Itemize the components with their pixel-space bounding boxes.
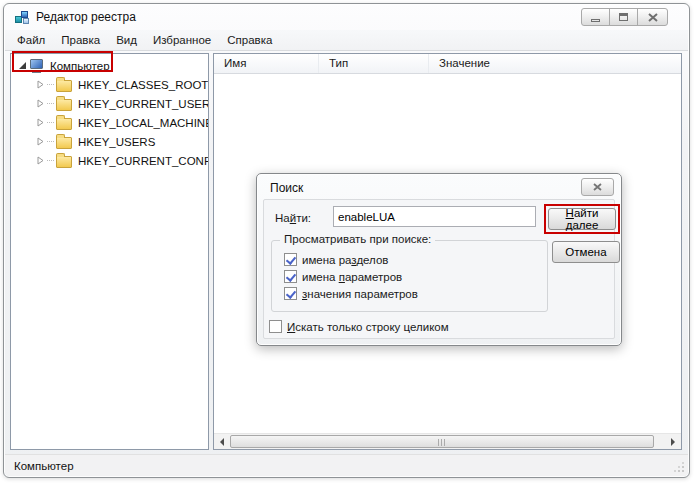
- find-input[interactable]: [333, 206, 536, 227]
- tree-item-computer[interactable]: Компьютер: [11, 56, 208, 75]
- registry-tree: Компьютер HKEY_CLASSES_ROOT HKEY_CURRENT…: [11, 54, 208, 170]
- annotation-box-find-next: Найти далее: [544, 204, 620, 234]
- list-header: Имя Тип Значение: [214, 54, 681, 74]
- minimize-icon: [591, 19, 600, 22]
- menu-file[interactable]: Файл: [9, 31, 53, 49]
- arrow-right-icon: [671, 438, 675, 446]
- scroll-right-button[interactable]: [665, 434, 681, 449]
- search-scope-group: Просматривать при поиске: имена разделов…: [271, 240, 548, 312]
- checkbox-key-names[interactable]: имена разделов: [284, 253, 388, 266]
- checkbox-whole-string[interactable]: Искать только строку целиком: [269, 320, 449, 333]
- column-header-value[interactable]: Значение: [429, 54, 681, 73]
- tree-item-hkey-users[interactable]: HKEY_USERS: [11, 132, 208, 151]
- tree-item-hkey-current-user[interactable]: HKEY_CURRENT_USER: [11, 94, 208, 113]
- find-label: Найти:: [275, 212, 311, 224]
- checkbox-icon[interactable]: [284, 253, 297, 266]
- scrollbar-thumb[interactable]: [230, 435, 654, 448]
- dialog-body: Найти: Найти далее Отмена Просматривать …: [263, 199, 615, 339]
- checkbox-icon[interactable]: [269, 320, 282, 333]
- search-scope-group-label: Просматривать при поиске:: [280, 233, 435, 245]
- minimize-button[interactable]: [581, 8, 610, 26]
- collapsed-arrow-icon[interactable]: [36, 156, 45, 165]
- dialog-title: Поиск: [270, 181, 303, 195]
- tree-item-label: HKEY_USERS: [78, 136, 155, 148]
- menu-edit[interactable]: Правка: [53, 31, 108, 49]
- tree-item-hkey-current-config[interactable]: HKEY_CURRENT_CONFIG: [11, 151, 208, 170]
- tree-item-label: HKEY_CLASSES_ROOT: [78, 79, 208, 91]
- close-button[interactable]: [637, 8, 668, 26]
- checkbox-label: имена параметров: [302, 271, 402, 283]
- tree-item-label: HKEY_CURRENT_CONFIG: [78, 155, 209, 167]
- collapsed-arrow-icon[interactable]: [36, 137, 45, 146]
- menu-help[interactable]: Справка: [219, 31, 280, 49]
- collapsed-arrow-icon[interactable]: [36, 99, 45, 108]
- tree-connector: [47, 160, 54, 161]
- find-dialog: Поиск Найти: Найти далее Отмена Просматр…: [256, 173, 622, 346]
- menu-favorites[interactable]: Избранное: [145, 31, 219, 49]
- tree-connector: [47, 84, 54, 85]
- registry-tree-panel: Компьютер HKEY_CLASSES_ROOT HKEY_CURRENT…: [10, 53, 209, 450]
- tree-item-hkey-classes-root[interactable]: HKEY_CLASSES_ROOT: [11, 75, 208, 94]
- registry-editor-window: Редактор реестра Файл Правка Вид Избранн…: [3, 3, 690, 478]
- tree-item-label: Компьютер: [50, 60, 110, 72]
- find-next-button[interactable]: Найти далее: [548, 208, 616, 230]
- close-icon: [648, 13, 658, 22]
- collapsed-arrow-icon[interactable]: [36, 80, 45, 89]
- menu-view[interactable]: Вид: [108, 31, 145, 49]
- computer-icon: [28, 59, 45, 73]
- checkbox-icon[interactable]: [284, 270, 297, 283]
- window-title: Редактор реестра: [36, 10, 136, 24]
- regedit-app-icon: [14, 10, 30, 25]
- arrow-left-icon: [220, 438, 224, 446]
- tree-item-label: HKEY_LOCAL_MACHINE: [78, 117, 209, 129]
- checkbox-icon[interactable]: [284, 287, 297, 300]
- resize-grip[interactable]: [673, 461, 685, 473]
- folder-icon: [56, 80, 72, 92]
- column-header-type[interactable]: Тип: [319, 54, 429, 73]
- tree-item-hkey-local-machine[interactable]: HKEY_LOCAL_MACHINE: [11, 113, 208, 132]
- menu-bar: Файл Правка Вид Избранное Справка: [5, 30, 688, 51]
- caption-buttons: [582, 8, 668, 26]
- checkbox-label: имена разделов: [302, 254, 388, 266]
- scroll-left-button[interactable]: [214, 434, 230, 449]
- title-bar: Редактор реестра: [4, 4, 689, 30]
- maximize-icon: [619, 13, 628, 21]
- column-header-name[interactable]: Имя: [214, 54, 319, 73]
- tree-item-label: HKEY_CURRENT_USER: [78, 98, 209, 110]
- folder-icon: [56, 156, 72, 168]
- status-bar: Компьютер: [5, 454, 688, 476]
- expanded-arrow-icon[interactable]: [18, 61, 27, 70]
- checkbox-value-data[interactable]: значения параметров: [284, 287, 418, 300]
- dialog-close-button[interactable]: [581, 178, 614, 196]
- horizontal-scrollbar[interactable]: [214, 433, 681, 449]
- cancel-button[interactable]: Отмена: [552, 241, 620, 263]
- folder-icon: [56, 137, 72, 149]
- checkbox-label: Искать только строку целиком: [287, 321, 449, 333]
- close-icon: [593, 183, 602, 191]
- tree-connector: [47, 122, 54, 123]
- status-text: Компьютер: [14, 460, 74, 472]
- folder-icon: [56, 118, 72, 130]
- collapsed-arrow-icon[interactable]: [36, 118, 45, 127]
- checkbox-value-names[interactable]: имена параметров: [284, 270, 402, 283]
- folder-icon: [56, 99, 72, 111]
- tree-connector: [47, 141, 54, 142]
- maximize-button[interactable]: [609, 8, 638, 26]
- tree-connector: [47, 103, 54, 104]
- checkbox-label: значения параметров: [302, 288, 418, 300]
